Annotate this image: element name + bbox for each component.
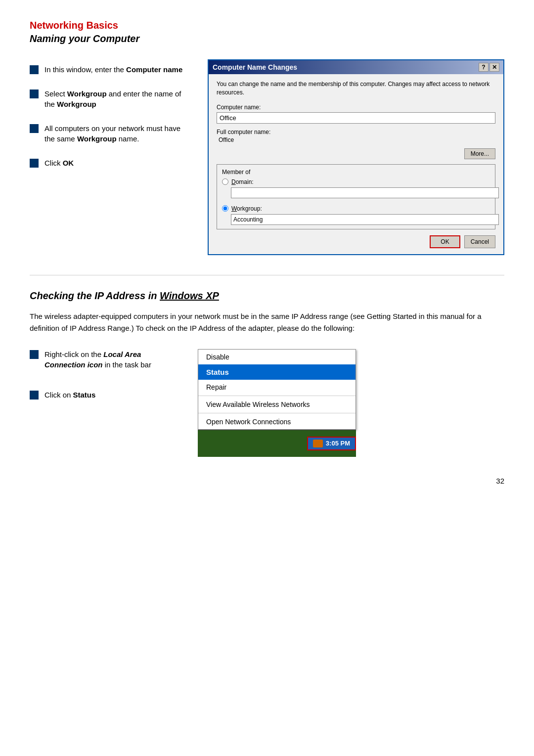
context-menu-item-disable[interactable]: Disable [198,350,356,364]
context-menu: Disable Status Repair View Available Wir… [198,349,356,430]
bottom-instructions: Right-click on the Local Area Connection… [30,349,178,414]
domain-label: Domain: [231,178,254,185]
instruction-item-3: All computers on your network must have … [30,123,188,144]
dialog-titlebar: Computer Name Changes ? ✕ [209,60,503,74]
bullet-square-3 [30,124,39,133]
bullet-square-bottom-2 [30,391,39,400]
bullet-square-1 [30,65,39,74]
instruction-text-2: Select Workgroup and enter the name of t… [44,89,188,109]
instruction-text-3: All computers on your network must have … [44,123,188,144]
dialog-body: You can change the name and the membersh… [209,74,503,254]
dialog-titlebar-buttons: ? ✕ [479,63,499,72]
domain-radio[interactable] [222,178,228,185]
instruction-text-1: In this window, enter the Computer name [44,64,182,75]
context-menu-item-wireless-networks[interactable]: View Available Wireless Networks [198,397,356,412]
instruction-item-4: Click OK [30,158,188,168]
section-subtitle: Naming your Computer [30,33,504,44]
bullet-square-bottom-1 [30,350,39,359]
full-computer-name-label: Full computer name: [217,129,495,135]
section2-description: The wireless adapter-equipped computers … [30,311,504,334]
workgroup-radio-row: Workgroup: [222,205,490,212]
workgroup-input[interactable] [231,214,499,225]
page-number: 32 [30,477,504,485]
dialog-help-button[interactable]: ? [479,63,489,72]
bottom-text-1: Right-click on the Local Area Connection… [44,349,178,370]
member-of-label: Member of [222,169,490,176]
bullet-square-2 [30,89,39,98]
taskbar-strip: 3:05 PM [198,430,356,457]
computer-name-label: Computer name: [217,104,495,111]
bottom-section: Right-click on the Local Area Connection… [30,349,504,457]
dialog-description: You can change the name and the membersh… [217,80,495,97]
dialog-button-row: OK Cancel [217,235,495,248]
bottom-instruction-1: Right-click on the Local Area Connection… [30,349,178,370]
instruction-item-1: In this window, enter the Computer name [30,64,188,75]
section2-title-pre: Checking the IP Address in [30,290,160,301]
more-button[interactable]: More... [464,148,495,159]
section2-title-link: Windows XP [160,290,219,301]
computer-name-input[interactable] [217,112,495,124]
context-menu-item-status[interactable]: Status [198,364,356,380]
context-menu-divider-2 [198,413,356,413]
domain-input[interactable] [231,187,499,198]
dialog-close-button[interactable]: ✕ [490,63,499,72]
member-of-group: Member of Domain: Workgroup: [217,164,495,229]
context-menu-item-open-connections[interactable]: Open Network Connections [198,414,356,429]
section1: Networking Basics Naming your Computer I… [30,20,504,255]
bullet-square-4 [30,159,39,168]
workgroup-radio[interactable] [222,205,228,212]
taskbar-time: 3:05 PM [326,440,350,447]
ok-button[interactable]: OK [430,235,460,248]
section-divider [30,275,504,275]
dialog-title: Computer Name Changes [213,63,297,71]
context-menu-container: Disable Status Repair View Available Wir… [198,349,504,457]
domain-radio-row: Domain: [222,178,490,185]
section2: Checking the IP Address in Windows XP Th… [30,290,504,457]
instruction-item-2: Select Workgroup and enter the name of t… [30,89,188,109]
section-title: Networking Basics [30,20,504,31]
full-computer-name-value: Office [219,136,495,143]
cancel-button[interactable]: Cancel [464,235,495,248]
bottom-text-2: Click on Status [44,390,95,400]
workgroup-label: Workgroup: [231,205,262,212]
instructions-list: In this window, enter the Computer name … [30,59,188,255]
context-menu-item-repair[interactable]: Repair [198,380,356,395]
context-menu-divider-1 [198,396,356,396]
network-icon [313,440,323,447]
section2-title: Checking the IP Address in Windows XP [30,290,504,302]
computer-name-changes-dialog: Computer Name Changes ? ✕ You can change… [208,59,504,255]
taskbar-time-area: 3:05 PM [307,437,356,450]
bottom-instruction-2: Click on Status [30,390,178,400]
instruction-text-4: Click OK [44,158,74,168]
